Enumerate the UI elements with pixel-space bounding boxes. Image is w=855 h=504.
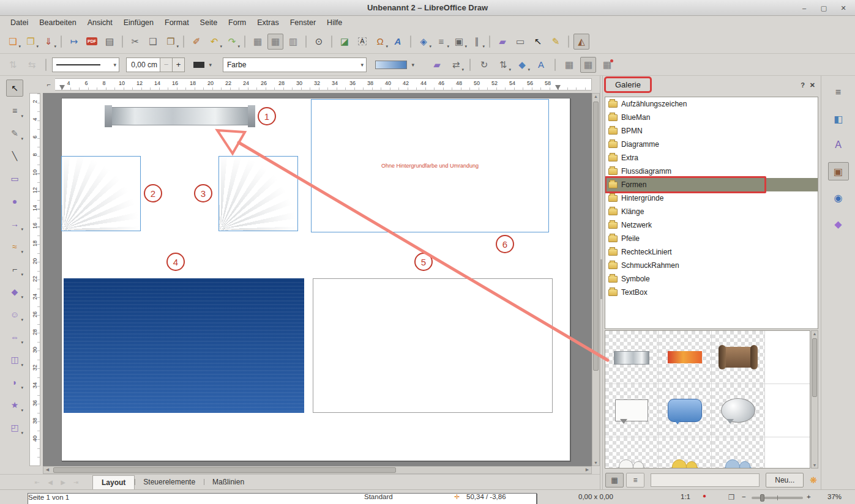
folder-klaenge[interactable]: Klänge [605,205,818,218]
width-decrease-button[interactable]: − [160,57,173,72]
special-character-button[interactable]: Ω [372,34,388,50]
menu-einfuegen[interactable]: Einfügen [118,17,159,29]
ellipse-tool[interactable]: ● [6,193,23,210]
sidebar-navigator-button[interactable]: ◉ [828,188,849,207]
export-pdf-button[interactable]: PDF [84,34,100,50]
horizontal-scroll-thumb[interactable] [53,467,396,473]
zoom-slider[interactable] [752,497,803,499]
titlebar[interactable]: Unbenannt 2 – LibreOffice Draw – ▢ ✕ [0,0,855,16]
menu-form[interactable]: Form [223,17,252,29]
gallery-item-cloud-white[interactable] [605,437,659,469]
scale-indicator[interactable]: 1:1 [681,493,690,500]
save-button[interactable]: ⇓ [40,34,56,50]
rotate-button[interactable]: ↻ [476,57,492,73]
shadow-toggle-button[interactable]: ▰ [429,57,445,73]
tab-steuerelemente[interactable]: Steuerelemente [135,475,204,489]
gallery-item-scroll[interactable] [712,331,765,384]
folder-aufzaehlungszeichen[interactable]: Aufzählungszeichen [605,97,818,111]
menu-datei[interactable]: Datei [5,17,34,29]
paste-button[interactable]: ❒ [163,34,179,50]
redo-button[interactable]: ↷ [224,34,240,50]
folder-rechteckliniert[interactable]: RechteckLiniert [605,245,818,259]
copy-button[interactable]: ❑ [145,34,161,50]
connector-lines-button[interactable]: ⇄ [448,57,464,73]
page-style[interactable]: Standard [364,493,393,500]
helplines-snap-button[interactable]: ▦ [599,57,615,73]
zoom-out-button[interactable]: − [742,493,746,500]
cut-button[interactable]: ✂ [127,34,143,50]
line-color-button[interactable] [190,57,214,72]
gallery-item-callout-rounded[interactable] [659,384,712,437]
menu-ansicht[interactable]: Ansicht [82,17,118,29]
first-page-button[interactable]: ⇤ [32,476,43,487]
sidebar-menu-button[interactable]: ≡ [828,83,849,102]
gallery-item-cloud-yellow[interactable] [659,437,712,469]
sidebar-styles-button[interactable]: A [828,136,849,154]
folder-blueman[interactable]: BlueMan [605,111,818,124]
icon-view-button[interactable]: ▦ [605,473,624,487]
sidebar-properties-button[interactable]: ◧ [828,109,849,128]
shape-fan-square-right[interactable] [218,156,298,231]
folder-textbox[interactable]: TextBox [605,286,818,299]
folder-hintergruende[interactable]: Hintergründe [605,191,818,205]
curves-polygons-tool[interactable]: ≈ [6,238,23,255]
block-arrows-tool[interactable]: ⇔ [6,328,23,346]
gallery-scrollbar[interactable]: ▲ ▼ [811,330,818,469]
flip-horizontal-button[interactable]: ⇆ [24,57,40,73]
last-page-button[interactable]: ⇥ [70,476,81,487]
gallery-item-cloud-blue[interactable] [712,437,765,469]
gallery-item-banner-red[interactable] [659,331,712,384]
freeform-line-tool[interactable]: ✎ [6,125,23,142]
menu-bearbeiten[interactable]: Bearbeiten [34,17,81,29]
folder-schmuckrahmen[interactable]: SchmuckRahmen [605,259,818,272]
scroll-left-icon[interactable]: ◀ [44,467,51,472]
zoom-slider-thumb[interactable] [760,494,764,502]
sidebar-gallery-button[interactable]: ▣ [828,162,849,180]
gallery-scroll-thumb[interactable] [812,338,817,397]
maximize-button[interactable]: ▢ [818,2,829,13]
zoom-button[interactable]: ⊙ [311,34,327,50]
shape-transparent-rect[interactable]: Ohne Hintergrundfarbe und Umrandung [311,99,549,232]
scroll-down-icon[interactable]: ▼ [812,463,818,467]
folder-netzwerk[interactable]: Netzwerk [605,218,818,232]
insert-line-tool[interactable]: ╲ [6,147,23,165]
folder-pfeile[interactable]: Pfeile [605,232,818,245]
scroll-down-icon[interactable]: ▼ [592,461,599,465]
alignment-button[interactable]: ≡ [433,34,449,50]
folder-diagramme[interactable]: Diagramme [605,138,818,151]
folder-flussdiagramm[interactable]: Flussdiagramm [605,165,818,178]
callout-shapes-tool[interactable]: ◗ [6,374,23,391]
folder-formen[interactable]: Formen [605,178,818,191]
gallery-item-callout-square[interactable] [605,384,659,437]
shape-blue-gradient-rect[interactable] [64,278,304,413]
insert-image-button[interactable]: ◪ [337,34,353,50]
splitter-handle[interactable] [600,259,602,299]
scroll-right-icon[interactable]: ▶ [584,467,591,472]
apply-styles-button[interactable]: A [533,57,549,73]
crop-image-button[interactable]: ▭ [512,34,528,50]
gallery-item-callout-round[interactable] [712,384,765,437]
folder-bpmn[interactable]: BPMN [605,124,818,138]
undo-button[interactable]: ↶ [206,34,222,50]
close-button[interactable]: ✕ [838,2,849,13]
close-panel-button[interactable]: ✕ [810,81,815,89]
canvas-horizontal-scrollbar[interactable]: ◀ ▶ [43,466,592,474]
symbol-shapes-tool[interactable]: ☺ [6,306,23,323]
previous-page-button[interactable]: ◀ [45,476,56,487]
folder-extra[interactable]: Extra [605,151,818,165]
insert-textbox-button[interactable]: A [354,34,370,50]
cursor-position[interactable]: 50,34 / -3,86 [466,493,506,500]
flip-button[interactable]: ⇅ [495,57,511,73]
grid-visible-button[interactable]: ▦ [561,57,577,73]
zoom-in-button[interactable]: + [807,493,811,500]
open-button[interactable]: ❐ [23,34,39,50]
gallery-button[interactable]: ◭ [573,34,589,50]
distribute-button[interactable]: ∥ [469,34,485,50]
arrange-button[interactable]: ▣ [451,34,467,50]
print-button[interactable]: ▤ [102,34,118,50]
display-grid-button[interactable]: ▦ [250,34,266,50]
connectors-tool[interactable]: ⌐ [6,261,23,278]
transform-3d-button[interactable]: ◆ [514,57,530,73]
transformations-button[interactable]: ◈ [416,34,431,50]
line-style-select[interactable] [52,57,119,72]
